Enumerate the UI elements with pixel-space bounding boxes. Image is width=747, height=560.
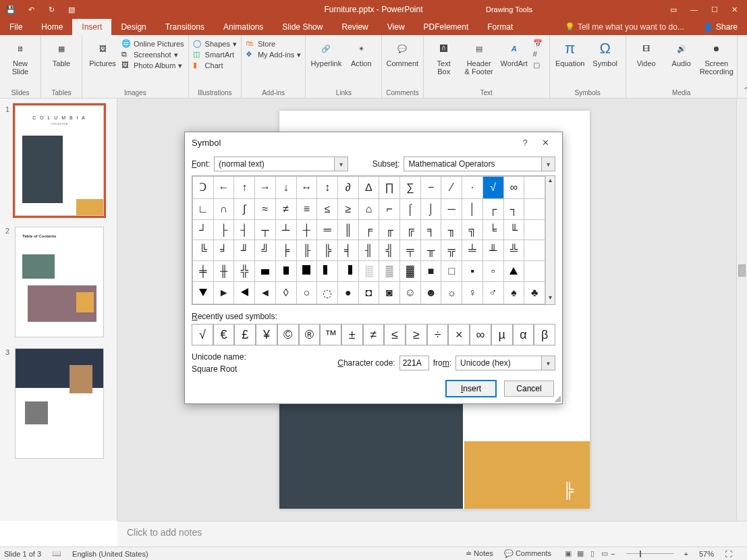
font-combobox[interactable]: (normal text) ▾ [214,157,348,171]
symbol-cell[interactable]: ◘ [358,282,379,304]
close-icon[interactable]: ✕ [731,5,738,14]
symbol-cell[interactable]: ■ [420,261,441,282]
action-button[interactable]: ✴Action [345,38,377,67]
slide-number-button[interactable]: # [533,50,545,59]
symbol-cell[interactable]: ∩ [213,198,234,219]
spellcheck-icon[interactable]: 📖 [52,549,61,558]
recent-symbol-cell[interactable]: ™ [320,324,341,345]
symbol-cell[interactable]: ♠ [503,282,524,304]
symbol-cell[interactable]: ├ [213,219,234,240]
symbol-cell[interactable]: ▪ [462,261,483,282]
recent-symbol-cell[interactable]: µ [491,324,513,345]
status-comments-button[interactable]: 💬 Comments [504,549,551,558]
zoom-out-button[interactable]: − [611,550,615,558]
chart-button[interactable]: ▮Chart [193,61,237,70]
symbol-cell[interactable]: ┤ [234,219,255,240]
symbol-cell[interactable]: ┬ [255,219,276,240]
symbol-cell[interactable]: ● [337,282,358,304]
wordart-button[interactable]: AWordArt [498,38,530,67]
insert-button[interactable]: Insert [446,381,496,397]
recent-symbol-cell[interactable]: √ [192,324,213,345]
collapse-ribbon-icon[interactable]: ⌃ [742,84,747,96]
symbol-cell[interactable]: ╗ [462,219,483,240]
symbol-cell[interactable]: ╟ [296,240,317,261]
symbol-cell[interactable]: ┌ [482,198,503,219]
recent-symbol-cell[interactable]: £ [234,324,256,345]
symbol-cell[interactable]: ┴ [275,219,296,240]
slide-accent-shape[interactable]: ╠ [464,441,590,509]
symbol-cell[interactable]: ∏ [379,177,400,199]
symbol-cell[interactable]: ╝ [255,240,276,261]
symbol-cell[interactable]: Ↄ [193,177,214,199]
symbol-cell[interactable]: ≠ [275,198,296,219]
symbol-cell[interactable]: ∑ [400,177,421,199]
tell-me-search[interactable]: 💡 Tell me what you want to do... [555,19,694,35]
tab-animations[interactable]: Animations [214,19,273,35]
slide-sorter-view-icon[interactable]: ▦ [574,549,586,558]
tab-design[interactable]: Design [111,19,155,35]
text-box-button[interactable]: 🅰Text Box [428,38,460,76]
symbol-cell[interactable] [524,240,545,261]
recent-symbol-cell[interactable]: ÷ [427,324,449,345]
recent-symbol-cell[interactable]: ® [299,324,321,345]
symbol-cell[interactable]: ┘ [193,219,214,240]
symbol-cell[interactable]: ⌡ [420,198,441,219]
symbol-cell[interactable]: ⌐ [379,198,400,219]
symbol-cell[interactable] [234,282,255,304]
symbol-cell[interactable]: ╧ [462,240,483,261]
symbol-cell[interactable]: ← [213,177,234,199]
undo-icon[interactable]: ↶ [24,5,38,14]
symbol-cell[interactable]: ╢ [358,240,379,261]
symbol-cell[interactable] [524,198,545,219]
symbol-cell[interactable] [317,261,338,282]
chevron-down-icon[interactable]: ▾ [541,157,555,171]
symbol-cell[interactable] [337,261,358,282]
reading-view-icon[interactable]: ▯ [586,549,599,558]
symbol-cell[interactable]: ▓ [400,261,421,282]
symbol-cell[interactable]: ↔ [296,177,317,199]
chevron-down-icon[interactable]: ▾ [334,157,348,171]
tab-home[interactable]: Home [32,19,72,35]
symbol-cell[interactable]: ≈ [255,198,276,219]
char-code-input[interactable] [399,356,429,370]
symbol-cell[interactable] [524,261,545,282]
tab-insert[interactable]: Insert [72,19,111,35]
symbol-cell[interactable]: ◌ [317,282,338,304]
symbol-cell[interactable]: ░ [358,261,379,282]
symbol-cell[interactable]: ☺ [400,282,421,304]
tab-view[interactable]: View [378,19,414,35]
symbol-cell[interactable]: ∆ [358,177,379,199]
symbol-cell[interactable]: ○ [296,282,317,304]
symbol-cell[interactable]: ∕ [441,177,462,199]
symbol-cell[interactable] [503,261,524,282]
symbol-cell[interactable]: ╘ [482,219,503,240]
symbol-cell[interactable]: → [255,177,276,199]
object-button[interactable]: ▢ [533,61,545,70]
slideshow-view-icon[interactable]: ▭ [599,549,611,558]
symbol-cell[interactable]: ♣ [524,282,545,304]
symbol-cell[interactable]: ∙ [462,177,483,199]
symbol-cell[interactable]: ↕ [317,177,338,199]
symbol-cell[interactable]: ╩ [503,240,524,261]
scroll-down-icon[interactable]: ▾ [546,293,555,304]
symbol-cell[interactable]: ╡ [337,240,358,261]
online-pictures-button[interactable]: 🌐Online Pictures [121,39,184,49]
symbol-cell[interactable]: ╒ [358,219,379,240]
symbol-cell[interactable]: ╙ [503,219,524,240]
symbol-cell[interactable]: ╛ [213,240,234,261]
screen-recording-button[interactable]: ⏺Screen Recording [700,38,733,76]
symbol-cell[interactable]: ╨ [482,240,503,261]
symbol-cell[interactable]: ╬ [234,261,255,282]
symbol-button[interactable]: ΩSymbol [589,38,621,67]
symbol-cell[interactable]: ∞ [503,177,524,199]
pictures-button[interactable]: 🖼 Pictures [86,38,119,67]
chevron-down-icon[interactable]: ▾ [541,356,555,370]
symbol-cell[interactable]: ∟ [193,198,214,219]
header-footer-button[interactable]: ▤Header & Footer [463,38,495,76]
symbol-cell[interactable]: ╔ [400,219,421,240]
symbol-cell[interactable]: ─ [441,198,462,219]
symbol-cell[interactable]: ♂ [482,282,503,304]
photo-album-button[interactable]: 🖼Photo Album ▾ [121,61,184,70]
minimize-icon[interactable]: — [690,5,698,14]
symbol-cell[interactable]: ☼ [441,282,462,304]
